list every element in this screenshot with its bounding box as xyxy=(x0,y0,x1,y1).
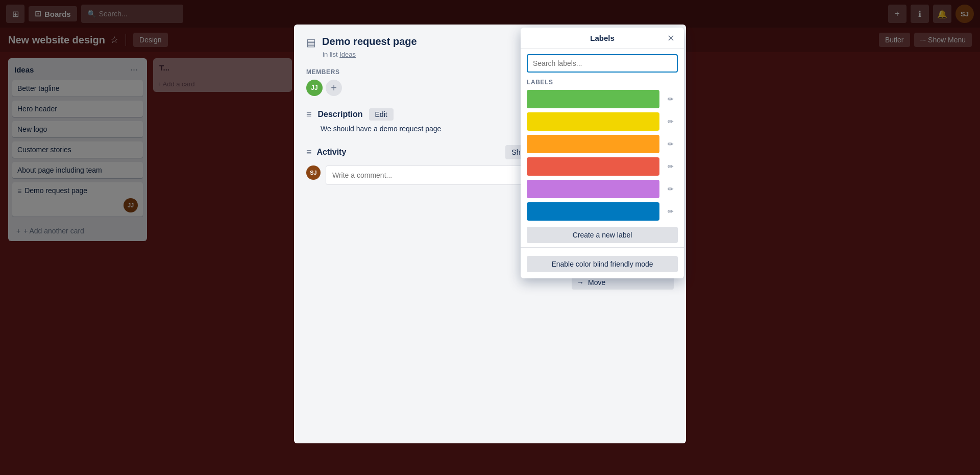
activity-title: Activity xyxy=(317,148,347,157)
label-edit-blue[interactable]: ✏ xyxy=(664,204,678,219)
label-row-blue: ✏ xyxy=(521,200,684,223)
label-red[interactable] xyxy=(527,157,659,176)
label-purple[interactable] xyxy=(527,180,659,198)
labels-section-title: LABELS xyxy=(521,75,684,88)
label-row-purple: ✏ xyxy=(521,178,684,200)
add-member-button[interactable]: + xyxy=(326,80,342,96)
popup-divider xyxy=(521,247,684,248)
labels-search-wrap xyxy=(521,49,684,75)
edit-icon: ✏ xyxy=(668,140,674,148)
edit-icon: ✏ xyxy=(668,162,674,171)
label-row-red: ✏ xyxy=(521,155,684,178)
desc-title: Description xyxy=(318,110,363,119)
label-green[interactable] xyxy=(527,90,659,108)
label-row-green: ✏ xyxy=(521,88,684,110)
desc-section-icon: ≡ xyxy=(306,109,312,120)
labels-search-input[interactable] xyxy=(527,54,678,73)
label-edit-orange[interactable]: ✏ xyxy=(664,137,678,151)
label-blue[interactable] xyxy=(527,202,659,221)
move-icon: → xyxy=(577,278,584,287)
label-edit-green[interactable]: ✏ xyxy=(664,92,678,106)
card-modal-icon: ▤ xyxy=(306,36,316,49)
comment-avatar: SJ xyxy=(306,165,321,180)
create-label-button[interactable]: Create a new label xyxy=(527,227,678,243)
edit-icon: ✏ xyxy=(668,117,674,126)
color-blind-button[interactable]: Enable color blind friendly mode xyxy=(527,256,678,272)
modal-overlay[interactable]: ✕ ▤ Demo request page in list Ideas MEMB… xyxy=(0,0,980,475)
label-row-orange: ✏ xyxy=(521,133,684,155)
activity-icon: ≡ xyxy=(306,147,312,158)
labels-popup: Labels ✕ LABELS ✏ ✏ ✏ xyxy=(521,28,684,278)
labels-popup-header: Labels ✕ xyxy=(521,28,684,49)
edit-icon: ✏ xyxy=(668,185,674,193)
edit-button[interactable]: Edit xyxy=(369,108,394,121)
member-avatar[interactable]: JJ xyxy=(306,80,323,96)
label-edit-yellow[interactable]: ✏ xyxy=(664,114,678,129)
edit-icon: ✏ xyxy=(668,207,674,216)
labels-popup-title: Labels xyxy=(590,34,615,42)
label-edit-red[interactable]: ✏ xyxy=(664,159,678,174)
label-yellow[interactable] xyxy=(527,112,659,131)
label-orange[interactable] xyxy=(527,135,659,153)
label-row-yellow: ✏ xyxy=(521,110,684,133)
move-label: Move xyxy=(588,278,605,287)
edit-icon: ✏ xyxy=(668,95,674,103)
card-modal-title: Demo request page xyxy=(322,35,417,49)
activity-title-row: ≡ Activity xyxy=(306,147,346,158)
add-member-icon: + xyxy=(331,82,337,94)
list-ref-link[interactable]: Ideas xyxy=(339,51,356,58)
labels-popup-close[interactable]: ✕ xyxy=(664,31,678,45)
label-edit-purple[interactable]: ✏ xyxy=(664,182,678,196)
